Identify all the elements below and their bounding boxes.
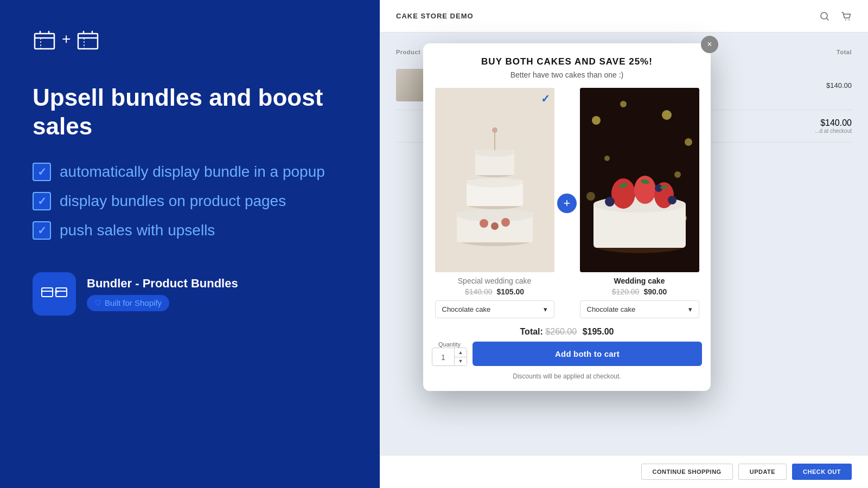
modal-products: ✓ Special wedding cake $140.00 $105.00 C…: [423, 88, 711, 318]
bundle-modal: × BUY BOTH CAKES AND SAVE 25%! Better ha…: [423, 43, 711, 391]
shopify-badge-text: Built for Shopify: [105, 298, 162, 307]
product-prices-2: $120.00 $90.00: [612, 287, 667, 296]
cake-svg-1: [435, 88, 554, 272]
logo-boxes: +: [33, 27, 100, 51]
chevron-down-icon-2: ▾: [688, 305, 692, 313]
modal-header: BUY BOTH CAKES AND SAVE 25%! Better have…: [423, 43, 711, 88]
price-new-2: $90.00: [643, 287, 667, 296]
update-button[interactable]: UPDATE: [738, 464, 787, 480]
product-image-wrapper-2: [580, 88, 699, 272]
check-icon-2: [33, 192, 51, 210]
price-old-1: $140.00: [465, 287, 493, 296]
chevron-down-icon-1: ▾: [544, 305, 547, 313]
modal-total-row: Total: $260.00 $195.00: [423, 318, 711, 341]
col-total: Total: [700, 49, 852, 55]
product-check-1: ✓: [541, 92, 550, 105]
svg-point-11: [457, 209, 533, 222]
svg-point-6: [845, 19, 846, 20]
left-panel: + Upsell bundles and boost sales automat…: [0, 0, 380, 488]
modal-subtitle: Better have two cakes than one :): [436, 70, 698, 79]
product-name-1: Special wedding cake: [458, 277, 531, 285]
app-logo-icon: +: [41, 280, 68, 307]
product-image-wrapper-1: ✓: [435, 88, 554, 272]
svg-point-18: [480, 219, 488, 228]
svg-point-29: [674, 171, 681, 178]
product-prices-1: $140.00 $105.00: [465, 287, 524, 296]
box-icon-1: [33, 27, 56, 51]
svg-point-35: [611, 178, 635, 209]
svg-point-14: [467, 178, 523, 188]
feature-item-3: push sales with upsells: [33, 221, 347, 240]
heart-icon: ♡: [94, 298, 101, 308]
price-old-2: $120.00: [612, 287, 640, 296]
box-icon-2: [76, 27, 100, 51]
modal-plus-icon: +: [557, 194, 577, 213]
modal-product-2: Wedding cake $120.00 $90.00 Chocolate ca…: [577, 88, 702, 318]
svg-point-24: [592, 116, 601, 125]
svg-rect-2: [42, 288, 53, 297]
quantity-stepper[interactable]: 1 ▲ ▼: [432, 348, 467, 366]
app-name: Bundler - Product Bundles: [87, 277, 238, 291]
store-nav-icons: [819, 11, 852, 22]
svg-point-30: [586, 192, 595, 201]
continue-shopping-button[interactable]: CONTINUE SHOPPING: [641, 464, 733, 480]
total-old: $260.00: [545, 327, 577, 336]
checkout-button[interactable]: CHECK OUT: [792, 464, 852, 480]
quantity-value: 1: [432, 348, 454, 365]
quantity-increment[interactable]: ▲: [455, 348, 467, 357]
product-name-2: Wedding cake: [614, 277, 665, 285]
product-variant-dropdown-2[interactable]: Chocolate cake ▾: [580, 300, 699, 318]
quantity-buttons: ▲ ▼: [454, 348, 467, 365]
product-variant-dropdown-1[interactable]: Chocolate cake ▾: [435, 300, 554, 318]
modal-action-row: Quantity 1 ▲ ▼ Add both to cart: [423, 341, 711, 373]
store-nav-title: CAKE STORE DEMO: [396, 12, 474, 20]
close-icon: ×: [707, 40, 712, 49]
svg-rect-0: [35, 34, 54, 49]
svg-point-20: [501, 218, 510, 227]
logo-area: +: [33, 27, 347, 51]
quantity-label-text: Quantity: [438, 341, 461, 348]
check-icon-1: [33, 163, 51, 181]
store-header: CAKE STORE DEMO: [380, 0, 868, 33]
cart-icon: [841, 11, 852, 22]
price-new-1: $105.00: [497, 287, 525, 296]
app-info: Bundler - Product Bundles ♡ Built for Sh…: [87, 277, 238, 311]
svg-point-28: [604, 156, 610, 161]
svg-rect-1: [78, 34, 98, 49]
app-icon: +: [33, 272, 76, 316]
total-new: $195.00: [583, 327, 614, 336]
quantity-label: Quantity 1 ▲ ▼: [432, 341, 467, 366]
cake-image-2: [580, 88, 699, 272]
shopify-badge: ♡ Built for Shopify: [87, 295, 169, 311]
modal-title: BUY BOTH CAKES AND SAVE 25%!: [436, 56, 698, 67]
check-icon-3: [33, 221, 51, 240]
quantity-decrement[interactable]: ▼: [455, 357, 467, 366]
cake-svg-2: [580, 88, 699, 272]
total-label: Total:: [520, 327, 543, 336]
modal-close-button[interactable]: ×: [701, 36, 718, 53]
svg-point-39: [668, 196, 676, 204]
svg-point-27: [685, 138, 692, 146]
svg-point-5: [821, 12, 827, 19]
store-footer[interactable]: CONTINUE SHOPPING UPDATE CHECK OUT: [380, 455, 868, 488]
logo-plus: +: [62, 30, 71, 48]
main-heading: Upsell bundles and boost sales: [33, 84, 347, 141]
cake-image-1: [435, 88, 554, 272]
search-icon: [819, 11, 830, 22]
app-card: + Bundler - Product Bundles ♡ Built for …: [33, 272, 347, 316]
feature-text-2: display bundles on product pages: [60, 192, 286, 210]
svg-point-7: [848, 19, 850, 20]
svg-point-38: [605, 197, 615, 207]
variant-text-1: Chocolate cake: [442, 305, 491, 313]
add-both-button[interactable]: Add both to cart: [473, 342, 702, 366]
feature-item-1: automatically display bundle in a popup: [33, 163, 347, 181]
feature-text-1: automatically display bundle in a popup: [60, 163, 325, 181]
feature-item-2: display bundles on product pages: [33, 192, 347, 210]
feature-text-3: push sales with upsells: [60, 222, 215, 239]
svg-point-17: [475, 149, 514, 157]
svg-point-22: [492, 127, 497, 133]
variant-text-2: Chocolate cake: [587, 305, 636, 313]
modal-discount-note: Discounts will be applied at checkout.: [423, 373, 711, 391]
feature-list: automatically display bundle in a popup …: [33, 163, 347, 240]
modal-product-1: ✓ Special wedding cake $140.00 $105.00 C…: [432, 88, 557, 318]
